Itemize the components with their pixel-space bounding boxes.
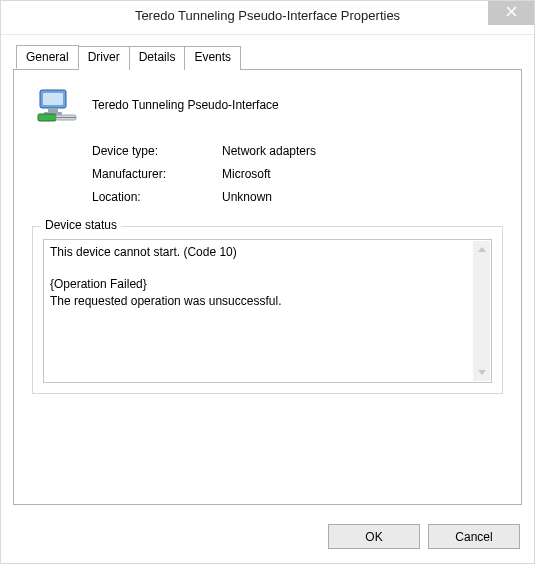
- location-label: Location:: [92, 190, 222, 204]
- close-button[interactable]: [488, 1, 534, 25]
- tab-events[interactable]: Events: [184, 46, 241, 70]
- tab-bar: General Driver Details Events: [13, 46, 522, 70]
- scrollbar[interactable]: [473, 241, 490, 381]
- device-status-box: This device cannot start. (Code 10) {Ope…: [43, 239, 492, 383]
- svg-marker-10: [478, 370, 486, 375]
- ok-button[interactable]: OK: [328, 524, 420, 549]
- title-bar: Teredo Tunneling Pseudo-Interface Proper…: [1, 1, 534, 35]
- device-status-group: Device status This device cannot start. …: [32, 226, 503, 394]
- tab-general[interactable]: General: [16, 45, 79, 69]
- device-status-text: This device cannot start. (Code 10) {Ope…: [50, 244, 469, 378]
- tab-driver[interactable]: Driver: [78, 46, 130, 70]
- cancel-button[interactable]: Cancel: [428, 524, 520, 549]
- dialog-footer: OK Cancel: [328, 524, 520, 549]
- network-adapter-icon: [36, 84, 78, 126]
- properties-dialog: Teredo Tunneling Pseudo-Interface Proper…: [0, 0, 535, 564]
- device-type-label: Device type:: [92, 144, 222, 158]
- scroll-down-icon[interactable]: [473, 364, 490, 381]
- window-title: Teredo Tunneling Pseudo-Interface Proper…: [1, 8, 534, 23]
- scroll-up-icon[interactable]: [473, 241, 490, 258]
- svg-rect-3: [43, 93, 63, 105]
- device-properties: Device type: Network adapters Manufactur…: [92, 144, 505, 204]
- close-icon: [506, 6, 517, 20]
- device-type-value: Network adapters: [222, 144, 316, 158]
- manufacturer-value: Microsoft: [222, 167, 271, 181]
- tab-details[interactable]: Details: [129, 46, 186, 70]
- svg-marker-9: [478, 247, 486, 252]
- location-value: Unknown: [222, 190, 272, 204]
- tab-panel-general: Teredo Tunneling Pseudo-Interface Device…: [13, 69, 522, 505]
- svg-rect-4: [48, 108, 58, 112]
- manufacturer-label: Manufacturer:: [92, 167, 222, 181]
- device-name: Teredo Tunneling Pseudo-Interface: [92, 98, 279, 112]
- device-status-legend: Device status: [41, 218, 121, 232]
- svg-rect-6: [38, 114, 56, 121]
